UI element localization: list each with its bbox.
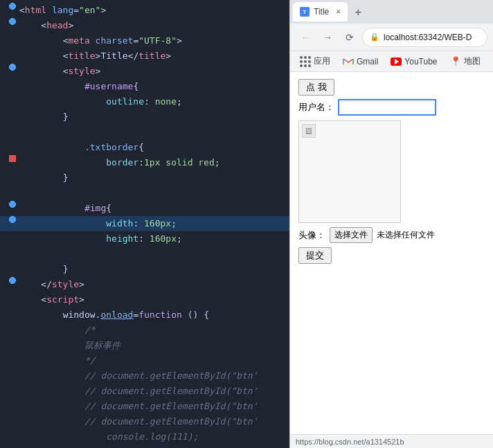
code-token: 160px — [144, 218, 171, 229]
code-token: charset — [96, 35, 134, 46]
code-token: 鼠标事件 — [84, 340, 120, 350]
tab-favicon: T — [300, 7, 310, 17]
editor-line-25: // document.getElementById("btn' — [0, 384, 289, 399]
browser-tab-active[interactable]: T Title × — [293, 2, 348, 21]
code-token: >Title</ — [96, 51, 139, 61]
code-token: style — [68, 66, 95, 76]
apps-menu-btn[interactable]: 应用 — [296, 54, 334, 69]
line-code-14: width: 160px; — [19, 216, 289, 231]
editor-line-21: /* — [0, 323, 289, 338]
code-token: console.log(111); — [106, 431, 198, 442]
code-token: // document.getElementById("btn' — [84, 401, 258, 411]
file-choose-button[interactable]: 选择文件 — [330, 227, 373, 243]
editor-line-22: 鼠标事件 — [0, 338, 289, 353]
code-token: ; — [215, 157, 220, 168]
code-token: window. — [63, 310, 101, 320]
code-token: outline — [106, 96, 144, 107]
line-code-22: 鼠标事件 — [19, 338, 289, 353]
editor-line-5: #username{ — [0, 79, 289, 94]
code-token: #img — [84, 203, 106, 213]
editor-line-19: <script> — [0, 292, 289, 307]
code-token: : — [133, 218, 144, 229]
forward-button[interactable]: → — [318, 28, 337, 47]
code-token: > — [79, 294, 84, 305]
tab-close-btn[interactable]: × — [336, 7, 341, 17]
code-editor: <html lang="en"> <head> <meta charset="U… — [0, 0, 289, 448]
editor-line-9: .txtborder{ — [0, 140, 289, 155]
editor-line-11: } — [0, 170, 289, 186]
status-bar: https://blog.csdn.net/a1314521b — [290, 434, 493, 448]
line-code-19: <script> — [19, 292, 289, 307]
line-gutter-14 — [6, 216, 19, 223]
code-token: html — [25, 5, 46, 15]
address-text: localhost:63342/WEB-D — [384, 33, 472, 42]
lock-icon: 🔒 — [370, 33, 379, 42]
line-code-0: <html lang="en"> — [19, 3, 289, 18]
line-code-16 — [19, 247, 289, 262]
new-tab-btn[interactable]: + — [349, 3, 367, 21]
status-url: https://blog.csdn.net/a1314521b — [296, 438, 404, 446]
breakpoint-dot — [9, 201, 16, 208]
code-token: > — [68, 20, 73, 30]
code-token — [90, 35, 96, 46]
code-token: </ — [41, 279, 52, 289]
editor-line-7: } — [0, 109, 289, 125]
code-token: none — [155, 96, 177, 107]
code-token: meta — [68, 35, 89, 46]
line-code-4: <style> — [19, 64, 289, 79]
line-code-18: </style> — [19, 277, 289, 292]
editor-line-28: console.log(111); — [0, 429, 289, 445]
code-token: () { — [182, 310, 209, 320]
reload-button[interactable]: ⟳ — [340, 28, 359, 47]
breakpoint-dot — [9, 64, 16, 71]
username-input[interactable] — [339, 100, 436, 115]
code-token: onload — [100, 310, 133, 320]
code-token: function — [138, 310, 182, 320]
image-preview-box: 🖼 — [298, 120, 401, 223]
line-code-28: console.log(111); — [19, 429, 289, 445]
submit-button[interactable]: 提交 — [298, 247, 332, 264]
code-token: script — [46, 294, 79, 305]
code-token: { — [133, 81, 138, 91]
back-button[interactable]: ← — [296, 28, 315, 47]
editor-line-27: // document.getElementById("btn' — [0, 414, 289, 429]
avatar-row: 头像： 选择文件 未选择任何文件 — [298, 227, 485, 243]
line-gutter-0 — [6, 3, 19, 10]
line-code-2: <meta charset="UTF-8"> — [19, 33, 289, 48]
editor-line-18: </style> — [0, 277, 289, 292]
line-code-17: } — [19, 262, 289, 277]
editor-line-12 — [0, 186, 289, 201]
line-code-23: */ — [19, 353, 289, 368]
bookmark-maps[interactable]: 📍 地图 — [446, 54, 485, 69]
editor-line-1: <head> — [0, 18, 289, 33]
code-token: lang — [52, 5, 73, 15]
code-token: border — [106, 157, 138, 168]
code-token: // document.getElementById("btn' — [84, 386, 258, 396]
code-token: ; — [171, 218, 177, 229]
code-token: */ — [84, 355, 96, 366]
browser-tabs-bar: T Title × + — [290, 0, 493, 24]
bookmark-gmail[interactable]: Gmail — [339, 55, 382, 68]
editor-line-26: // document.getElementById("btn' — [0, 399, 289, 414]
address-bar[interactable]: 🔒 localhost:63342/WEB-D — [362, 28, 487, 47]
bookmarks-bar: 应用 Gmail YouTube 📍 地图 — [290, 51, 493, 72]
code-token: > — [165, 51, 171, 61]
code-token: { — [138, 142, 144, 152]
editor-line-14: width: 160px; — [0, 216, 289, 231]
line-code-6: outline: none; — [19, 94, 289, 109]
tab-title: Title — [314, 7, 329, 17]
apps-label: 应用 — [314, 55, 330, 67]
line-code-7: } — [19, 109, 289, 125]
line-code-13: #img{ — [19, 201, 289, 216]
bookmark-youtube[interactable]: YouTube — [386, 55, 441, 68]
code-token: // document.getElementById("btn' — [84, 416, 258, 427]
avatar-label: 头像： — [298, 229, 325, 242]
line-code-25: // document.getElementById("btn' — [19, 384, 289, 399]
editor-line-8 — [0, 125, 289, 140]
code-token: { — [106, 203, 111, 213]
line-code-21: /* — [19, 323, 289, 338]
youtube-icon — [391, 57, 402, 66]
dianwo-button[interactable]: 点 我 — [298, 79, 334, 96]
code-token: : — [138, 157, 144, 168]
breakpoint-dot — [9, 277, 16, 284]
